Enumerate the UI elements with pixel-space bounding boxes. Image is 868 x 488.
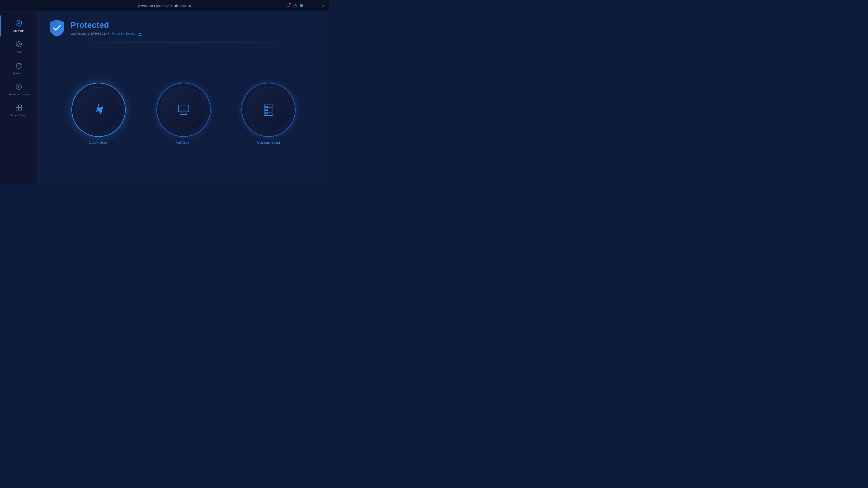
plus-button[interactable]: +: [138, 31, 142, 36]
notification-bell-icon[interactable]: [286, 3, 290, 8]
antivirus-icon: [15, 20, 22, 29]
svg-point-5: [18, 43, 20, 45]
svg-rect-17: [19, 108, 22, 110]
status-text: Protected Last Update: 2/10/2022 12:47 P…: [70, 20, 142, 36]
scan-section: Quick Scan Full Scan: [38, 43, 329, 184]
last-update-text: Last Update: 2/10/2022 12:47: [70, 32, 109, 35]
sidebar-item-software-updater[interactable]: Software Updater: [0, 79, 37, 100]
protection-status-title: Protected: [70, 20, 142, 30]
svg-rect-15: [19, 105, 22, 107]
sidebar-item-speedup-label: Speed Up: [12, 72, 25, 75]
svg-rect-0: [293, 5, 296, 7]
svg-point-12: [18, 66, 19, 66]
action-center-icon: [15, 104, 22, 114]
close-button[interactable]: ×: [321, 4, 326, 8]
custom-scan-circle: [241, 83, 296, 137]
menu-icon[interactable]: [300, 3, 304, 8]
full-scan-circle: [156, 83, 211, 137]
quick-scan-circle: [71, 83, 126, 137]
full-scan-label: Full Scan: [176, 140, 191, 144]
custom-scan-label: Custom Scan: [257, 140, 280, 144]
custom-scan-inner: [246, 87, 291, 132]
title-bar: Advanced SystemCare Ultimate 15 − □: [0, 0, 329, 12]
full-scan-button[interactable]: Full Scan: [156, 83, 211, 144]
safe-icon[interactable]: [293, 3, 297, 8]
svg-rect-14: [16, 105, 19, 107]
sidebar-item-care-label: Care: [16, 51, 22, 54]
care-icon: [15, 41, 22, 51]
svg-rect-16: [16, 108, 19, 110]
custom-scan-button[interactable]: Custom Scan: [241, 83, 296, 144]
status-subtitle: Last Update: 2/10/2022 12:47 Protection …: [70, 31, 142, 36]
sidebar-item-antivirus[interactable]: Antivirus: [0, 15, 37, 37]
minimize-button[interactable]: −: [306, 4, 311, 8]
speedup-icon: [15, 62, 22, 72]
window-controls: − □ ×: [280, 3, 326, 8]
shield-container: [49, 19, 65, 37]
software-updater-icon: [15, 83, 22, 93]
full-scan-inner: [161, 87, 206, 132]
quick-scan-button[interactable]: Quick Scan: [71, 83, 126, 144]
sidebar: Antivirus Care: [0, 12, 38, 184]
quick-scan-inner: [76, 87, 121, 132]
status-section: Protected Last Update: 2/10/2022 12:47 P…: [38, 12, 329, 42]
content-area: Protected Last Update: 2/10/2022 12:47 P…: [38, 12, 329, 184]
sidebar-item-software-updater-label: Software Updater: [8, 93, 29, 96]
sidebar-item-action-center[interactable]: Action Center: [0, 100, 37, 121]
svg-rect-18: [178, 105, 189, 112]
main-layout: Antivirus Care: [0, 12, 329, 184]
sidebar-item-antivirus-label: Antivirus: [13, 29, 24, 33]
protection-details-link[interactable]: Protection Details: [112, 32, 135, 35]
svg-rect-27: [266, 112, 268, 113]
app-title: Advanced SystemCare Ultimate 15: [49, 4, 280, 8]
sidebar-item-action-center-label: Action Center: [11, 114, 27, 117]
sidebar-item-speedup[interactable]: Speed Up: [0, 58, 37, 79]
quick-scan-label: Quick Scan: [89, 140, 108, 144]
sidebar-item-care[interactable]: Care: [0, 37, 37, 58]
maximize-button[interactable]: □: [313, 4, 318, 8]
